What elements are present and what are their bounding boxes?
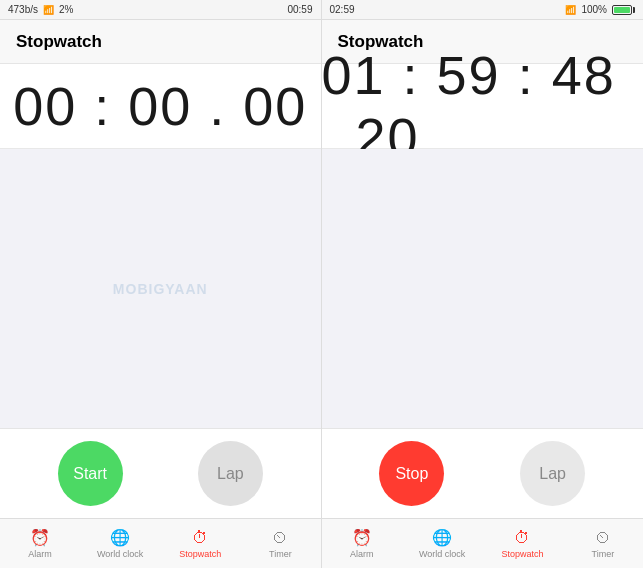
network-speed: 473b/s	[8, 4, 38, 15]
battery-right: 100%	[581, 4, 607, 15]
start-button[interactable]: Start	[58, 441, 123, 506]
right-timer-display: 01 : 59 : 48 . 20	[322, 64, 644, 149]
left-timer-text: 00 : 00 . 00	[13, 75, 307, 137]
timer-label-left: Timer	[269, 549, 292, 559]
stopwatch-label-right: Stopwatch	[501, 549, 543, 559]
tab-stopwatch-left[interactable]: ⏱ Stopwatch	[160, 519, 240, 568]
worldclock-icon-left: 🌐	[110, 528, 130, 547]
tab-worldclock-left[interactable]: 🌐 World clock	[80, 519, 160, 568]
right-panel: Stopwatch 01 : 59 : 48 . 20 Stop Lap ⏰ A…	[322, 20, 644, 568]
tab-worldclock-right[interactable]: 🌐 World clock	[402, 519, 482, 568]
battery-percent-left: 2%	[59, 4, 73, 15]
left-controls: Start Lap	[0, 428, 321, 518]
tab-timer-left[interactable]: ⏲ Timer	[240, 519, 320, 568]
left-lap-area: MOBIGYAAN	[0, 149, 321, 428]
alarm-icon-right: ⏰	[352, 528, 372, 547]
tab-alarm-left[interactable]: ⏰ Alarm	[0, 519, 80, 568]
right-lap-area	[322, 149, 644, 428]
stop-button[interactable]: Stop	[379, 441, 444, 506]
signal-icon-right: 📶	[565, 5, 576, 15]
lap-button-right[interactable]: Lap	[520, 441, 585, 506]
alarm-icon-left: ⏰	[30, 528, 50, 547]
stopwatch-icon-right: ⏱	[514, 529, 530, 547]
left-tab-bar: ⏰ Alarm 🌐 World clock ⏱ Stopwatch ⏲ Time…	[0, 518, 321, 568]
worldclock-icon-right: 🌐	[432, 528, 452, 547]
left-panel: Stopwatch 00 : 00 . 00 MOBIGYAAN Start L…	[0, 20, 322, 568]
status-bar-right: 02:59 📶 100%	[322, 0, 644, 19]
alarm-label-right: Alarm	[350, 549, 374, 559]
lap-button-left[interactable]: Lap	[198, 441, 263, 506]
timer-icon-left: ⏲	[272, 529, 288, 547]
timer-icon-right: ⏲	[595, 529, 611, 547]
tab-stopwatch-right[interactable]: ⏱ Stopwatch	[482, 519, 562, 568]
wifi-icon: 📶	[43, 5, 54, 15]
stopwatch-icon-left: ⏱	[192, 529, 208, 547]
alarm-label-left: Alarm	[28, 549, 52, 559]
left-timer-display: 00 : 00 . 00	[0, 64, 321, 149]
status-bar-left: 473b/s 📶 2% 00:59	[0, 0, 322, 19]
left-app-header: Stopwatch	[0, 20, 321, 64]
tab-alarm-right[interactable]: ⏰ Alarm	[322, 519, 402, 568]
tab-timer-right[interactable]: ⏲ Timer	[563, 519, 643, 568]
stopwatch-label-left: Stopwatch	[179, 549, 221, 559]
time-left: 00:59	[287, 4, 312, 15]
worldclock-label-right: World clock	[419, 549, 465, 559]
timer-label-right: Timer	[591, 549, 614, 559]
time-right: 02:59	[330, 4, 355, 15]
right-tab-bar: ⏰ Alarm 🌐 World clock ⏱ Stopwatch ⏲ Time…	[322, 518, 644, 568]
battery-icon-right	[612, 5, 635, 15]
worldclock-label-left: World clock	[97, 549, 143, 559]
left-app-title: Stopwatch	[16, 32, 102, 52]
watermark: MOBIGYAAN	[113, 281, 208, 297]
right-controls: Stop Lap	[322, 428, 644, 518]
